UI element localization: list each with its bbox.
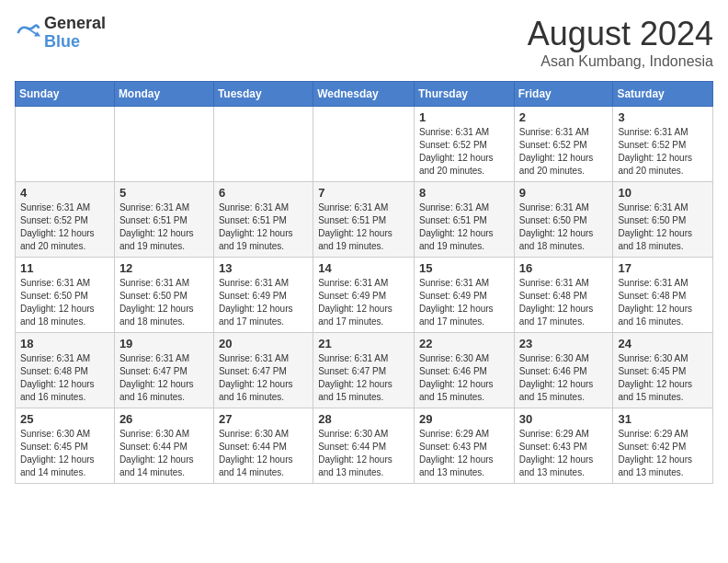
calendar-cell: 25Sunrise: 6:30 AM Sunset: 6:45 PM Dayli…: [16, 408, 115, 484]
calendar-week-row: 11Sunrise: 6:31 AM Sunset: 6:50 PM Dayli…: [16, 258, 713, 333]
calendar-cell: 18Sunrise: 6:31 AM Sunset: 6:48 PM Dayli…: [16, 333, 115, 408]
day-info: Sunrise: 6:31 AM Sunset: 6:50 PM Dayligh…: [519, 201, 609, 253]
day-info: Sunrise: 6:31 AM Sunset: 6:52 PM Dayligh…: [618, 126, 708, 178]
day-of-week-header: Thursday: [414, 82, 514, 107]
logo-blue: Blue: [44, 33, 106, 52]
day-info: Sunrise: 6:31 AM Sunset: 6:49 PM Dayligh…: [219, 277, 308, 328]
day-info: Sunrise: 6:30 AM Sunset: 6:46 PM Dayligh…: [519, 352, 609, 404]
header-row: SundayMondayTuesdayWednesdayThursdayFrid…: [16, 82, 713, 107]
day-number: 17: [618, 261, 708, 275]
day-number: 31: [618, 412, 708, 426]
day-number: 24: [618, 337, 708, 350]
day-number: 28: [318, 412, 409, 426]
calendar-cell: [213, 107, 313, 182]
calendar-cell: 12Sunrise: 6:31 AM Sunset: 6:50 PM Dayli…: [114, 258, 213, 333]
day-info: Sunrise: 6:31 AM Sunset: 6:47 PM Dayligh…: [219, 352, 308, 404]
calendar-table: SundayMondayTuesdayWednesdayThursdayFrid…: [15, 81, 713, 484]
day-number: 13: [219, 261, 308, 275]
day-info: Sunrise: 6:31 AM Sunset: 6:50 PM Dayligh…: [618, 201, 708, 253]
day-info: Sunrise: 6:29 AM Sunset: 6:42 PM Dayligh…: [618, 428, 708, 479]
day-number: 19: [119, 337, 209, 350]
day-info: Sunrise: 6:31 AM Sunset: 6:47 PM Dayligh…: [318, 352, 409, 404]
day-number: 20: [219, 337, 308, 350]
calendar-cell: 19Sunrise: 6:31 AM Sunset: 6:47 PM Dayli…: [114, 333, 213, 408]
day-number: 12: [119, 261, 209, 275]
day-info: Sunrise: 6:31 AM Sunset: 6:48 PM Dayligh…: [20, 352, 109, 404]
day-info: Sunrise: 6:31 AM Sunset: 6:51 PM Dayligh…: [419, 201, 509, 253]
calendar-cell: 11Sunrise: 6:31 AM Sunset: 6:50 PM Dayli…: [16, 258, 115, 333]
calendar-cell: 10Sunrise: 6:31 AM Sunset: 6:50 PM Dayli…: [613, 182, 713, 258]
day-info: Sunrise: 6:30 AM Sunset: 6:44 PM Dayligh…: [219, 428, 308, 479]
day-number: 4: [20, 186, 109, 200]
day-number: 1: [419, 110, 509, 124]
page-header: General Blue August 2024 Asan Kumbang, I…: [15, 15, 713, 70]
calendar-week-row: 18Sunrise: 6:31 AM Sunset: 6:48 PM Dayli…: [16, 333, 713, 408]
day-info: Sunrise: 6:31 AM Sunset: 6:50 PM Dayligh…: [119, 277, 209, 328]
calendar-cell: [313, 107, 415, 182]
day-of-week-header: Wednesday: [313, 82, 415, 107]
day-info: Sunrise: 6:31 AM Sunset: 6:49 PM Dayligh…: [318, 277, 409, 328]
day-number: 26: [119, 412, 209, 426]
calendar-cell: 13Sunrise: 6:31 AM Sunset: 6:49 PM Dayli…: [213, 258, 313, 333]
day-info: Sunrise: 6:31 AM Sunset: 6:52 PM Dayligh…: [519, 126, 609, 178]
calendar-week-row: 1Sunrise: 6:31 AM Sunset: 6:52 PM Daylig…: [16, 107, 713, 182]
logo: General Blue: [15, 15, 106, 52]
day-number: 9: [519, 186, 609, 200]
calendar-cell: 29Sunrise: 6:29 AM Sunset: 6:43 PM Dayli…: [414, 408, 514, 484]
calendar-cell: 1Sunrise: 6:31 AM Sunset: 6:52 PM Daylig…: [414, 107, 514, 182]
title-block: August 2024 Asan Kumbang, Indonesia: [528, 15, 713, 70]
day-info: Sunrise: 6:31 AM Sunset: 6:51 PM Dayligh…: [219, 201, 308, 253]
calendar-cell: 28Sunrise: 6:30 AM Sunset: 6:44 PM Dayli…: [313, 408, 415, 484]
calendar-cell: 16Sunrise: 6:31 AM Sunset: 6:48 PM Dayli…: [514, 258, 613, 333]
month-year: August 2024: [528, 15, 713, 53]
day-info: Sunrise: 6:30 AM Sunset: 6:46 PM Dayligh…: [419, 352, 509, 404]
calendar-cell: 7Sunrise: 6:31 AM Sunset: 6:51 PM Daylig…: [313, 182, 415, 258]
calendar-cell: 14Sunrise: 6:31 AM Sunset: 6:49 PM Dayli…: [313, 258, 415, 333]
calendar-cell: 22Sunrise: 6:30 AM Sunset: 6:46 PM Dayli…: [414, 333, 514, 408]
day-info: Sunrise: 6:31 AM Sunset: 6:48 PM Dayligh…: [519, 277, 609, 328]
day-of-week-header: Monday: [114, 82, 213, 107]
logo-text: General Blue: [44, 15, 106, 52]
day-info: Sunrise: 6:29 AM Sunset: 6:43 PM Dayligh…: [419, 428, 509, 479]
day-info: Sunrise: 6:31 AM Sunset: 6:49 PM Dayligh…: [419, 277, 509, 328]
day-number: 25: [20, 412, 109, 426]
day-info: Sunrise: 6:30 AM Sunset: 6:45 PM Dayligh…: [618, 352, 708, 404]
day-info: Sunrise: 6:31 AM Sunset: 6:47 PM Dayligh…: [119, 352, 209, 404]
day-number: 29: [419, 412, 509, 426]
calendar-cell: [114, 107, 213, 182]
day-number: 30: [519, 412, 609, 426]
calendar-cell: 23Sunrise: 6:30 AM Sunset: 6:46 PM Dayli…: [514, 333, 613, 408]
day-of-week-header: Saturday: [613, 82, 713, 107]
day-number: 6: [219, 186, 308, 200]
calendar-body: 1Sunrise: 6:31 AM Sunset: 6:52 PM Daylig…: [16, 107, 713, 484]
calendar-cell: 26Sunrise: 6:30 AM Sunset: 6:44 PM Dayli…: [114, 408, 213, 484]
day-number: 27: [219, 412, 308, 426]
calendar-cell: [16, 107, 115, 182]
day-info: Sunrise: 6:30 AM Sunset: 6:44 PM Dayligh…: [318, 428, 409, 479]
day-info: Sunrise: 6:29 AM Sunset: 6:43 PM Dayligh…: [519, 428, 609, 479]
calendar-cell: 6Sunrise: 6:31 AM Sunset: 6:51 PM Daylig…: [213, 182, 313, 258]
day-info: Sunrise: 6:30 AM Sunset: 6:45 PM Dayligh…: [20, 428, 109, 479]
day-of-week-header: Sunday: [16, 82, 115, 107]
calendar-header: SundayMondayTuesdayWednesdayThursdayFrid…: [16, 82, 713, 107]
calendar-cell: 20Sunrise: 6:31 AM Sunset: 6:47 PM Dayli…: [213, 333, 313, 408]
day-number: 21: [318, 337, 409, 350]
day-number: 16: [519, 261, 609, 275]
logo-general: General: [44, 15, 106, 33]
day-of-week-header: Friday: [514, 82, 613, 107]
day-number: 22: [419, 337, 509, 350]
calendar-cell: 5Sunrise: 6:31 AM Sunset: 6:51 PM Daylig…: [114, 182, 213, 258]
calendar-cell: 31Sunrise: 6:29 AM Sunset: 6:42 PM Dayli…: [613, 408, 713, 484]
day-number: 23: [519, 337, 609, 350]
calendar-cell: 30Sunrise: 6:29 AM Sunset: 6:43 PM Dayli…: [514, 408, 613, 484]
day-info: Sunrise: 6:30 AM Sunset: 6:44 PM Dayligh…: [119, 428, 209, 479]
calendar-week-row: 4Sunrise: 6:31 AM Sunset: 6:52 PM Daylig…: [16, 182, 713, 258]
day-number: 10: [618, 186, 708, 200]
day-number: 8: [419, 186, 509, 200]
calendar-cell: 21Sunrise: 6:31 AM Sunset: 6:47 PM Dayli…: [313, 333, 415, 408]
calendar-cell: 9Sunrise: 6:31 AM Sunset: 6:50 PM Daylig…: [514, 182, 613, 258]
logo-icon: [15, 20, 40, 46]
day-info: Sunrise: 6:31 AM Sunset: 6:52 PM Dayligh…: [419, 126, 509, 178]
day-number: 15: [419, 261, 509, 275]
day-of-week-header: Tuesday: [213, 82, 313, 107]
